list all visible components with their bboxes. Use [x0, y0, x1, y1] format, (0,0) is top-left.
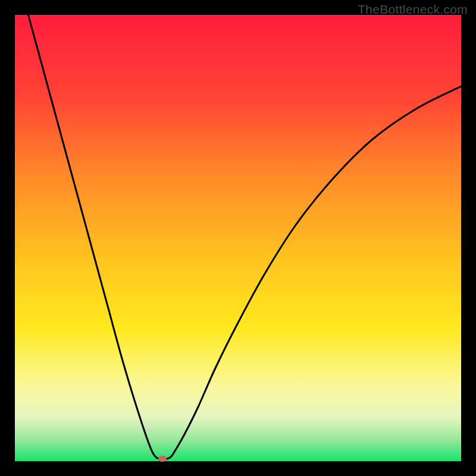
- plot-svg: [15, 15, 461, 461]
- chart-container: TheBottleneck.com: [0, 0, 476, 476]
- plot-area: [15, 15, 461, 461]
- gradient-background: [15, 15, 461, 461]
- optimum-marker: [158, 456, 167, 462]
